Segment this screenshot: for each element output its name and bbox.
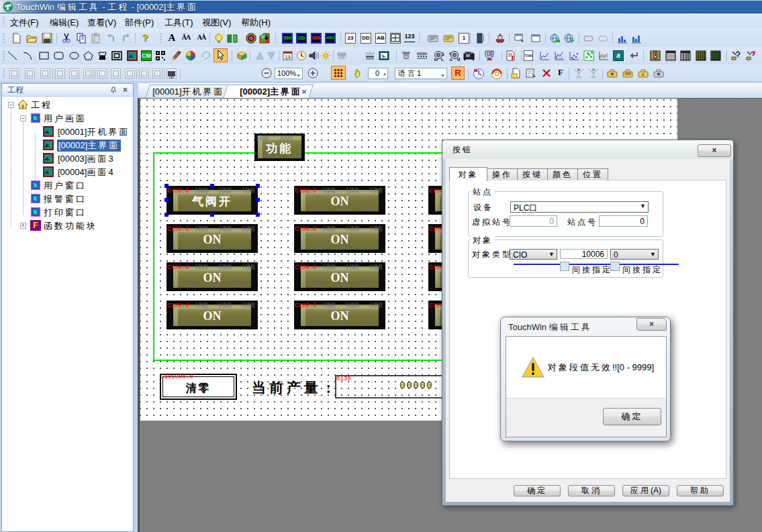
svg-text:14: 14 <box>285 55 291 60</box>
svg-text:UE: UE <box>487 52 493 58</box>
